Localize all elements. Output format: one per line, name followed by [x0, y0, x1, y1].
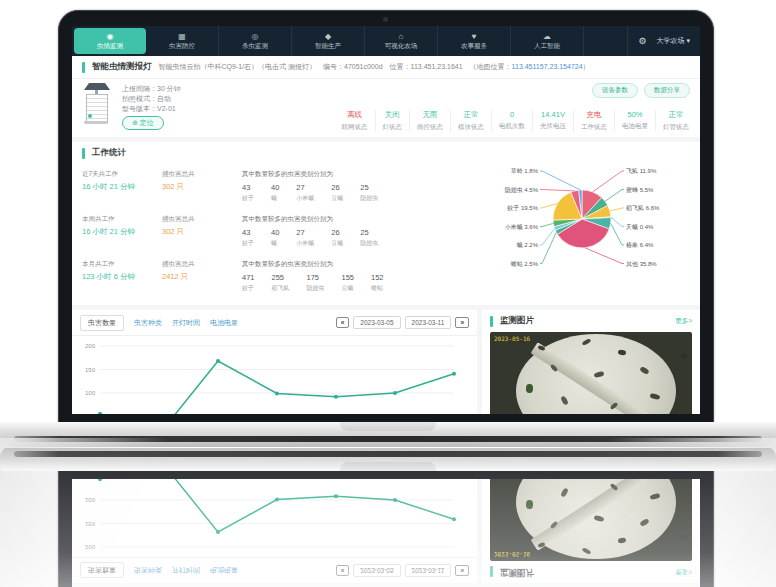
- stat-label: 本月共工作: [82, 260, 146, 269]
- nav-tab-insect-killing[interactable]: ◎ 杀虫监测: [219, 26, 292, 56]
- nav-tab-pest-control[interactable]: ▦ 虫害防控: [146, 26, 219, 56]
- device-params-button[interactable]: 设备参数: [592, 83, 638, 98]
- data-share-button[interactable]: 数据分享: [644, 83, 690, 98]
- ai-icon: ☁: [543, 32, 551, 41]
- status-cell: 14.41V光伏电压: [532, 110, 573, 132]
- photo-timestamp: 2023-05-16: [494, 335, 530, 342]
- device-code: 编号：47051c000d: [323, 62, 383, 72]
- webcam-dot: [383, 17, 388, 22]
- device-position: 位置：113.451,23.1641: [390, 62, 463, 72]
- report-interval: 上报间隔：30 分钟: [122, 84, 181, 94]
- insect-count: 25隐翅虫: [360, 228, 378, 248]
- nav-tab-ai[interactable]: ☁ 人工智能: [511, 26, 584, 56]
- stat-desc: 其中数量较多的虫害类别分别为: [242, 170, 476, 179]
- gear-icon[interactable]: ⚙: [638, 36, 646, 46]
- stat-label: 本周共工作: [82, 215, 146, 224]
- pie-label: 椿象 6.4%: [626, 242, 654, 249]
- more-link[interactable]: 更多>: [675, 317, 692, 326]
- insect-pie-chart: 飞虱 11.9%蜜蜂 5.5%稻飞虱 6.6%天蛾 0.4%椿象 6.4%其他 …: [476, 159, 690, 277]
- accent-bar: [82, 148, 85, 159]
- date-to-input[interactable]: 2023-03-11: [405, 316, 452, 329]
- pie-label: 蛾 2.2%: [517, 242, 539, 248]
- status-cell: 关闭灯状态: [375, 110, 410, 132]
- status-value: 无雨: [417, 110, 443, 120]
- pest-monitoring-icon: ◉: [107, 32, 114, 41]
- svg-text:150: 150: [85, 367, 96, 373]
- device-lamp-illustration: [82, 83, 112, 131]
- stat-desc: 其中数量较多的虫害类别分别为: [242, 260, 476, 269]
- insect-count: 40蛾: [271, 228, 279, 248]
- svg-text:150: 150: [85, 521, 96, 527]
- locate-icon: ⊕: [132, 119, 138, 126]
- nav-tab-label: 杀虫监测: [242, 42, 268, 51]
- laptop-mockup: ◉ 虫情监测 ▦ 虫害防控 ◎ 杀虫监测 ◆ 智能生产 ⌂ 可视化农场: [0, 0, 776, 447]
- insect-speck: [679, 353, 687, 360]
- status-value: 正常: [663, 110, 689, 120]
- stat-value: 123 小时 6 分钟: [82, 272, 146, 282]
- status-label: 联网状态: [342, 123, 368, 132]
- stat-value: 16 小时 21 分钟: [82, 182, 146, 192]
- chevron-down-icon: ▾: [686, 37, 690, 44]
- locate-button[interactable]: ⊕ 定位: [122, 116, 164, 130]
- nav-tab-label: 虫情监测: [97, 42, 123, 51]
- navbar-right: ⚙ 大学农场 ▾: [627, 26, 700, 56]
- pie-label: 其他 35.8%: [626, 261, 657, 268]
- device-detail-lines: 上报间隔：30 分钟 拍照模式：自动 型号版本：V2-01 ⊕ 定位: [122, 83, 181, 137]
- svg-text:200: 200: [85, 343, 96, 349]
- pie-label: 蝼蛄 2.5%: [511, 261, 539, 268]
- status-label: 灯管状态: [663, 123, 689, 132]
- farm-selector[interactable]: 大学农场 ▾: [657, 36, 690, 46]
- status-cell: 无雨雨控状态: [409, 110, 450, 132]
- device-info-section: 上报间隔：30 分钟 拍照模式：自动 型号版本：V2-01 ⊕ 定位 设备参数 …: [72, 79, 700, 142]
- device-action-buttons: 设备参数 数据分享: [592, 83, 690, 98]
- stat-label: 捕虫害总共: [162, 260, 226, 269]
- status-cell: 0电机次数: [491, 110, 532, 132]
- lamp-indicator: [88, 114, 92, 118]
- stat-row: 本月共工作123 小时 6 分钟 捕虫害总共2412 只 其中数量较多的虫害类别…: [82, 260, 476, 293]
- nav-tab-label: 人工智能: [534, 42, 560, 51]
- status-cell: 正常模块状态: [450, 110, 491, 132]
- stat-row: 本周共工作16 小时 21 分钟 捕虫害总共302 只 其中数量较多的虫害类别分…: [82, 215, 476, 248]
- laptop-screen: ◉ 虫情监测 ▦ 虫害防控 ◎ 杀虫监测 ◆ 智能生产 ⌂ 可视化农场: [58, 10, 714, 424]
- nav-tab-farming-service[interactable]: ♥ 农事服务: [438, 26, 511, 56]
- status-value: 离线: [342, 110, 368, 120]
- pest-control-icon: ▦: [178, 32, 186, 41]
- svg-text:200: 200: [85, 544, 96, 550]
- tab-battery-level[interactable]: 电池电量: [210, 318, 238, 328]
- prev-date-button[interactable]: «: [336, 317, 350, 328]
- nav-tab-pest-monitoring[interactable]: ◉ 虫情监测: [74, 28, 146, 54]
- tab-lamp-on-time[interactable]: 开灯时间: [172, 318, 200, 328]
- farming-service-icon: ♥: [472, 32, 477, 41]
- date-from-input[interactable]: 2023-03-05: [353, 316, 400, 329]
- stat-value: 302 只: [162, 227, 226, 237]
- insect-count: 27小米蛾: [296, 183, 314, 203]
- insect-killing-icon: ◎: [252, 32, 259, 41]
- data-point: [452, 372, 456, 376]
- tab-insect-types[interactable]: 虫害种类: [134, 318, 162, 328]
- photo-panel: 监测图片 更多> 2023-05-16 ! 识别到虫害上新了，快来看看！ >>: [482, 310, 700, 414]
- laptop-mockup: ◉ 虫情监测 ▦ 虫害防控 ◎ 杀虫监测 ◆ 智能生产 ⌂ 可视化农场: [0, 448, 776, 587]
- nav-tab-label: 可视化农场: [385, 42, 418, 51]
- status-value: 14.41V: [540, 110, 566, 119]
- pie-label: 蜜蜂 5.5%: [626, 186, 654, 193]
- insect-count: 43蚊子: [242, 183, 254, 203]
- tab-insect-count[interactable]: 虫害数量: [80, 315, 124, 331]
- nav-tab-smart-production[interactable]: ◆ 智能生产: [292, 26, 365, 56]
- insect-count: 26豆蛾: [331, 228, 343, 248]
- status-label: 模块状态: [458, 123, 484, 132]
- status-label: 电机次数: [499, 122, 525, 131]
- insect-count: 255稻飞虱: [272, 273, 290, 293]
- nav-tab-visual-farm[interactable]: ⌂ 可视化农场: [365, 26, 438, 56]
- status-value: 充电: [581, 110, 607, 120]
- status-label: 灯状态: [383, 123, 403, 132]
- accent-bar: [82, 62, 85, 73]
- device-subtitle: 智能虫情云拍（中科CQ9-1/右）（电击式 测报灯）: [159, 62, 317, 72]
- map-coords-link[interactable]: 113.451157,23.154724: [512, 63, 583, 70]
- insect-speck: [526, 384, 533, 393]
- pie-label: 草蛉 1.8%: [511, 168, 539, 174]
- stat-value: 2412 只: [162, 272, 226, 282]
- monitoring-photo[interactable]: 2023-05-16 ! 识别到虫害上新了，快来看看！ >> 2023-05-1…: [490, 332, 692, 414]
- visual-farm-icon: ⌂: [399, 32, 404, 41]
- status-label: 雨控状态: [417, 123, 443, 132]
- next-date-button[interactable]: »: [455, 317, 469, 328]
